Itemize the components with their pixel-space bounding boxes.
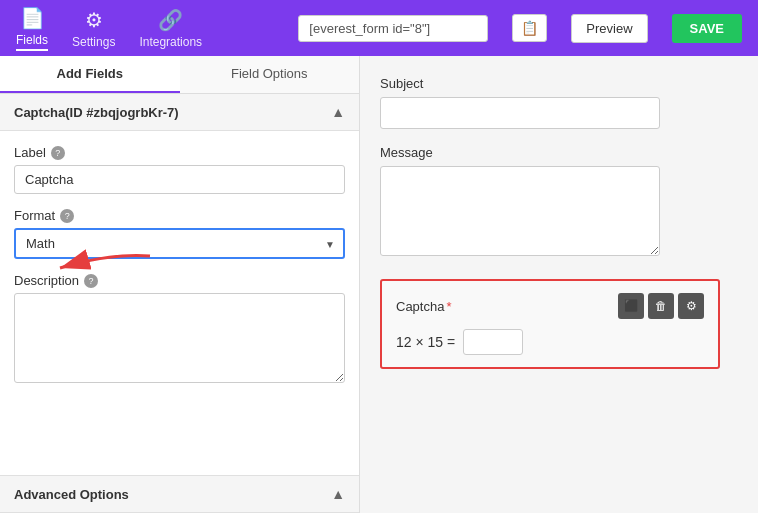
section-header: Captcha(ID #zbqjogrbKr-7) ▲ <box>0 94 359 131</box>
format-form-group: Format ? Math Normal <box>14 208 345 259</box>
fields-label: Fields <box>16 33 48 47</box>
description-help-icon[interactable]: ? <box>84 274 98 288</box>
format-field-label: Format ? <box>14 208 345 223</box>
captcha-preview-label: Captcha* <box>396 299 451 314</box>
captcha-delete-button[interactable]: 🗑 <box>648 293 674 319</box>
label-field-label: Label ? <box>14 145 345 160</box>
format-select[interactable]: Math Normal <box>14 228 345 259</box>
message-label: Message <box>380 145 738 160</box>
message-textarea[interactable] <box>380 166 660 256</box>
tab-add-fields[interactable]: Add Fields <box>0 56 180 93</box>
description-form-group: Description ? <box>14 273 345 386</box>
section-title: Captcha(ID #zbqjogrbKr-7) <box>14 105 179 120</box>
panel-body: Label ? Format ? Math Normal <box>0 131 359 475</box>
advanced-options-label: Advanced Options <box>14 487 129 502</box>
description-textarea[interactable] <box>14 293 345 383</box>
shortcode-input[interactable] <box>298 15 488 42</box>
captcha-preview-header: Captcha* ⬛ 🗑 ⚙ <box>396 293 704 319</box>
format-help-icon[interactable]: ? <box>60 209 74 223</box>
captcha-answer-input[interactable] <box>463 329 523 355</box>
captcha-preview-box: Captcha* ⬛ 🗑 ⚙ 12 × 15 = <box>380 279 720 369</box>
settings-icon: ⚙ <box>85 8 103 32</box>
integrations-icon: 🔗 <box>158 8 183 32</box>
tabs: Add Fields Field Options <box>0 56 359 94</box>
right-panel: Subject Message Captcha* ⬛ 🗑 ⚙ 12 × 15 = <box>360 56 758 513</box>
captcha-action-icons: ⬛ 🗑 ⚙ <box>618 293 704 319</box>
fields-icon: 📄 <box>20 6 45 30</box>
save-button[interactable]: SAVE <box>672 14 742 43</box>
settings-nav-item[interactable]: ⚙ Settings <box>72 8 115 49</box>
tab-field-options[interactable]: Field Options <box>180 56 360 93</box>
fields-nav-item[interactable]: 📄 Fields <box>16 6 48 51</box>
chevron-up-icon: ▲ <box>331 104 345 120</box>
toolbar: 📄 Fields ⚙ Settings 🔗 Integrations 📋 Pre… <box>0 0 758 56</box>
copy-shortcode-button[interactable]: 📋 <box>512 14 547 42</box>
captcha-settings-button[interactable]: ⚙ <box>678 293 704 319</box>
captcha-equation: 12 × 15 = <box>396 334 455 350</box>
left-panel: Add Fields Field Options Captcha(ID #zbq… <box>0 56 360 513</box>
advanced-options-section: Advanced Options ▲ <box>0 475 359 513</box>
message-group: Message <box>380 145 738 259</box>
subject-input[interactable] <box>380 97 660 129</box>
advanced-chevron-up-icon: ▲ <box>331 486 345 502</box>
captcha-math-display: 12 × 15 = <box>396 329 704 355</box>
integrations-label: Integrations <box>139 35 202 49</box>
subject-label: Subject <box>380 76 738 91</box>
label-input[interactable] <box>14 165 345 194</box>
label-help-icon[interactable]: ? <box>51 146 65 160</box>
toolbar-nav: 📄 Fields ⚙ Settings 🔗 Integrations <box>16 6 274 51</box>
description-field-label: Description ? <box>14 273 345 288</box>
integrations-nav-item[interactable]: 🔗 Integrations <box>139 8 202 49</box>
settings-label: Settings <box>72 35 115 49</box>
captcha-copy-button[interactable]: ⬛ <box>618 293 644 319</box>
captcha-required-marker: * <box>446 299 451 314</box>
preview-button[interactable]: Preview <box>571 14 647 43</box>
format-select-wrapper: Math Normal <box>14 228 345 259</box>
subject-group: Subject <box>380 76 738 129</box>
main-content: Add Fields Field Options Captcha(ID #zbq… <box>0 56 758 513</box>
label-form-group: Label ? <box>14 145 345 194</box>
